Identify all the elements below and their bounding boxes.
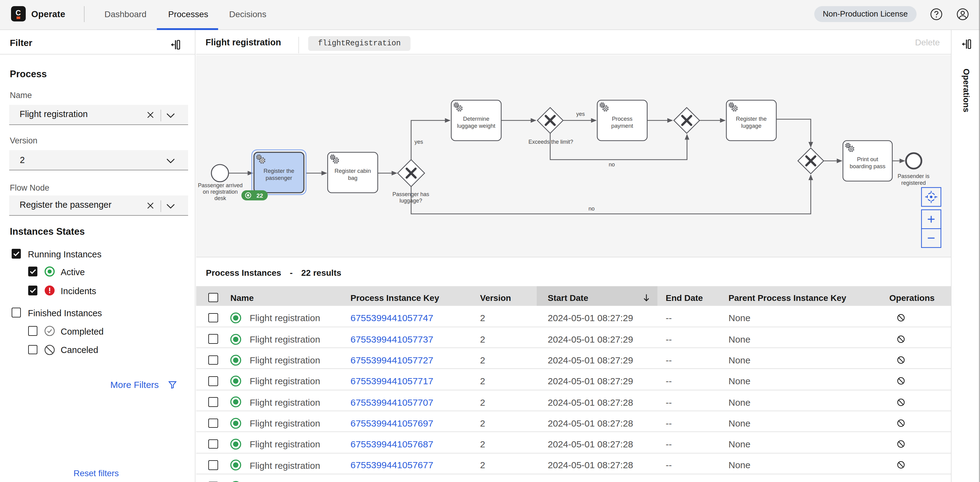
svg-text:yes: yes xyxy=(414,138,423,145)
svg-text:22: 22 xyxy=(256,192,262,199)
svg-text:on registration: on registration xyxy=(202,188,237,194)
svg-text:Register the: Register the xyxy=(735,115,766,122)
svg-text:registered: registered xyxy=(901,180,926,186)
svg-text:luggage weight: luggage weight xyxy=(457,122,495,129)
svg-text:payment: payment xyxy=(611,122,633,129)
svg-text:Process: Process xyxy=(611,115,632,122)
svg-text:Print out: Print out xyxy=(856,156,878,162)
svg-text:Register cabin: Register cabin xyxy=(334,167,371,174)
svg-text:Register the: Register the xyxy=(263,167,294,174)
svg-text:no: no xyxy=(608,161,614,167)
svg-text:no: no xyxy=(588,205,594,212)
svg-text:Passenger has: Passenger has xyxy=(392,191,429,197)
svg-text:yes: yes xyxy=(576,111,584,117)
svg-text:bag: bag xyxy=(348,174,357,181)
svg-text:Exceeds the limit?: Exceeds the limit? xyxy=(528,138,573,145)
svg-text:luggage?: luggage? xyxy=(399,197,422,204)
svg-text:luggage: luggage xyxy=(741,122,761,129)
svg-text:Passenger arrived: Passenger arrived xyxy=(197,182,242,188)
svg-text:Determine: Determine xyxy=(463,115,489,122)
svg-text:desk: desk xyxy=(214,195,226,201)
svg-text:passenger: passenger xyxy=(265,174,292,181)
svg-text:boarding pass: boarding pass xyxy=(850,163,885,169)
svg-text:Passender is: Passender is xyxy=(897,173,929,179)
